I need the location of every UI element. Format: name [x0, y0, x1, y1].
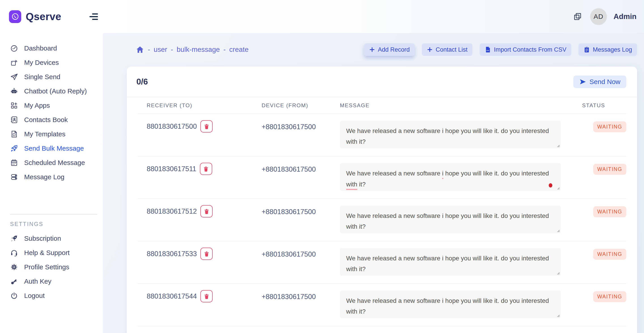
sidebar-item-auth-key[interactable]: Auth Key — [0, 274, 103, 289]
sidebar-item-subscription[interactable]: Subscription — [0, 231, 103, 246]
delete-row-button[interactable] — [200, 290, 213, 302]
grid-plus-icon — [10, 101, 18, 110]
sidebar-item-help-support[interactable]: Help & Support — [0, 246, 103, 260]
brand: Qserve — [0, 0, 103, 33]
power-icon — [10, 292, 18, 300]
sidebar-item-single-send[interactable]: Single Send — [0, 70, 103, 84]
sidebar-item-message-log[interactable]: Message Log — [0, 170, 103, 184]
sidebar-item-chatbot[interactable]: Chatbot (Auto Reply) — [0, 84, 103, 98]
sidebar-menu: Dashboard My Devices Single Send — [0, 41, 103, 184]
receiver-number: 8801830617544 — [147, 290, 197, 302]
brand-name: Qserve — [26, 10, 61, 22]
main-content: - user - bulk-message - create Add Recor… — [103, 33, 644, 333]
trash-icon — [203, 208, 210, 215]
device-number: +8801830617500 — [262, 123, 316, 131]
message-textarea[interactable]: We have released a new software i hope y… — [340, 121, 561, 148]
column-header-status: STATUS — [572, 102, 626, 109]
table-row: 8801830617533 +8801830617500 We ha — [138, 241, 626, 284]
delete-row-button[interactable] — [200, 120, 213, 133]
message-textarea[interactable]: We have released a new software i hope y… — [340, 163, 561, 191]
sidebar-item-logout[interactable]: Logout — [0, 289, 103, 303]
message-textarea[interactable]: We have released a new software i hope y… — [340, 248, 561, 276]
robot-icon — [10, 87, 18, 95]
sidebar-item-send-bulk-message[interactable]: Send Bulk Message — [0, 141, 103, 156]
message-textarea[interactable]: We have released a new software i hope y… — [340, 291, 561, 318]
user-name[interactable]: Admin — [614, 12, 636, 21]
breadcrumb: - user - bulk-message - create — [136, 45, 248, 54]
headset-icon — [10, 249, 18, 257]
resize-handle-icon[interactable] — [556, 144, 560, 147]
breadcrumb-separator: - — [148, 46, 150, 54]
sidebar-item-label: Help & Support — [24, 249, 70, 257]
sidebar-item-label: My Devices — [24, 59, 59, 66]
gauge-icon — [10, 44, 18, 52]
top-header: AD Admin — [103, 0, 644, 33]
sidebar-divider — [10, 214, 97, 215]
status-badge: WAITING — [593, 121, 626, 132]
sidebar-item-label: Profile Settings — [24, 263, 69, 271]
column-header-device: DEVICE (FROM) — [262, 102, 340, 109]
table-header-row: RECEIVER (TO) DEVICE (FROM) MESSAGE STAT… — [138, 97, 626, 114]
settings-section-title: SETTINGS — [10, 221, 103, 227]
sidebar-item-my-templates[interactable]: My Templates — [0, 127, 103, 141]
breadcrumb-item-user[interactable]: user — [154, 46, 167, 54]
bulk-message-card: 0/6 Send Now RECEIVER (TO) DEVICE (FROM)… — [127, 67, 637, 333]
delete-row-button[interactable] — [200, 248, 213, 260]
device-number: +8801830617500 — [262, 250, 316, 258]
clipboard-icon — [584, 46, 590, 53]
import-csv-button[interactable]: csv Import Contacts From CSV — [480, 43, 571, 56]
delete-row-button[interactable] — [200, 205, 213, 217]
status-badge: WAITING — [593, 206, 626, 217]
sidebar-item-my-apps[interactable]: My Apps — [0, 98, 103, 113]
rocket-icon — [10, 144, 18, 153]
card-header: 0/6 Send Now — [127, 67, 637, 97]
copy-icon[interactable] — [572, 11, 584, 22]
sidebar-item-label: Send Bulk Message — [24, 145, 84, 152]
home-icon[interactable] — [136, 45, 144, 54]
resize-handle-icon[interactable] — [556, 314, 560, 317]
misspelled-word: i — [442, 169, 444, 179]
sidebar-item-my-devices[interactable]: My Devices — [0, 55, 103, 70]
status-badge: WAITING — [593, 291, 626, 302]
plus-icon — [369, 46, 375, 53]
toggles-icon — [10, 173, 18, 181]
delete-row-button[interactable] — [200, 163, 212, 175]
sidebar-item-scheduled-message[interactable]: Scheduled Message — [0, 156, 103, 170]
table-row: 8801830617544 +8801830617500 We ha — [138, 284, 626, 326]
sidebar-item-contacts-book[interactable]: Contacts Book — [0, 113, 103, 127]
sidebar-item-dashboard[interactable]: Dashboard — [0, 41, 103, 55]
trash-icon — [202, 166, 209, 172]
table-row: 8801830617500 +8801830617500 We ha — [138, 114, 626, 156]
sidebar-item-label: Auth Key — [24, 278, 52, 285]
sidebar: Qserve Dashboard — [0, 0, 103, 333]
messages-log-button[interactable]: Messages Log — [578, 43, 637, 56]
breadcrumb-item-create[interactable]: create — [229, 46, 248, 54]
page-topbar: - user - bulk-message - create Add Recor… — [127, 43, 637, 56]
contact-list-button[interactable]: Contact List — [422, 43, 472, 56]
sidebar-item-label: Dashboard — [24, 44, 57, 52]
sidebar-item-label: Subscription — [24, 235, 61, 242]
breadcrumb-item-bulk-message[interactable]: bulk-message — [177, 46, 220, 54]
send-icon — [579, 78, 586, 85]
resize-handle-icon[interactable] — [556, 186, 560, 190]
table-row: 8801830617512 +8801830617500 We ha — [138, 199, 626, 241]
breadcrumb-separator: - — [171, 46, 173, 54]
calendar-icon — [10, 158, 18, 167]
send-now-button[interactable]: Send Now — [573, 75, 626, 88]
sidebar-item-label: Chatbot (Auto Reply) — [24, 87, 87, 95]
receiver-number: 8801830617511 — [147, 163, 196, 175]
sidebar-item-label: Scheduled Message — [24, 159, 85, 166]
sidebar-item-label: My Templates — [24, 130, 66, 138]
sidebar-item-profile-settings[interactable]: Profile Settings — [0, 260, 103, 274]
resize-handle-icon[interactable] — [556, 271, 560, 275]
breadcrumb-separator: - — [224, 46, 226, 54]
grammar-marker-dot — [549, 183, 552, 188]
sidebar-item-label: Single Send — [24, 73, 60, 81]
add-record-button[interactable]: Add Record — [364, 43, 415, 56]
resize-handle-icon[interactable] — [556, 229, 560, 232]
message-textarea[interactable]: We have released a new software i hope y… — [340, 206, 561, 233]
sidebar-item-label: Logout — [24, 292, 45, 300]
sidebar-toggle-button[interactable] — [87, 11, 100, 22]
avatar[interactable]: AD — [590, 8, 607, 25]
key-icon — [10, 277, 18, 286]
